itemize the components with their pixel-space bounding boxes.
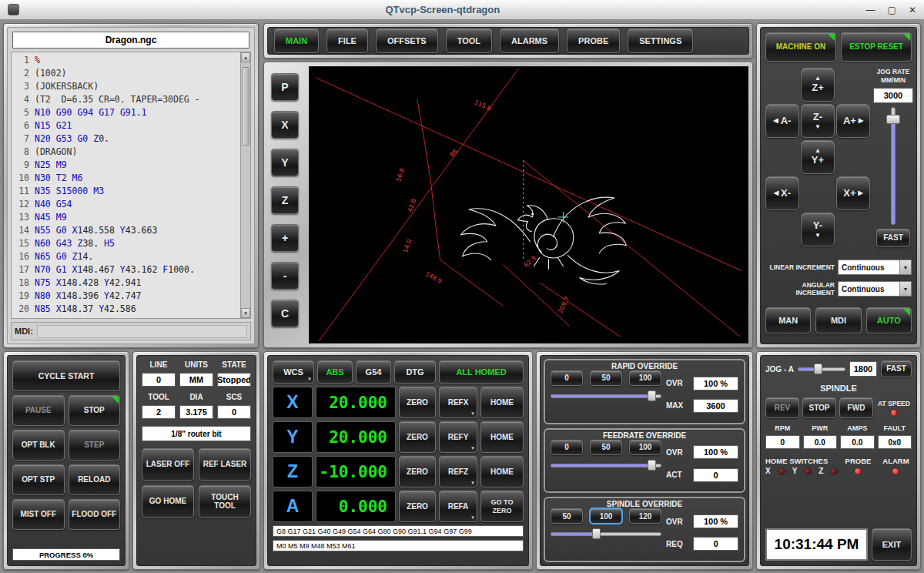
gcode-line[interactable]: 16N65 G0 Z14. <box>13 250 240 263</box>
g54-button[interactable]: G54 <box>356 360 391 384</box>
gcode-line[interactable]: 19N80 X148.396 Y42.747 <box>13 290 240 303</box>
mode-manual-button[interactable]: MAN <box>765 307 811 333</box>
rapid-override-slider[interactable] <box>551 390 661 419</box>
jog-y-minus-button[interactable]: Y- ▼ <box>801 213 835 246</box>
tab-probe[interactable]: PROBE <box>567 28 620 53</box>
rapid-0-button[interactable]: 0 <box>551 370 583 386</box>
axis-y-button[interactable]: Y <box>273 421 313 453</box>
spindle-50-button[interactable]: 50 <box>551 508 583 524</box>
spindle-override-slider[interactable] <box>551 528 661 557</box>
jog-z-plus-button[interactable]: ▲ Z+ <box>801 68 835 102</box>
go-to-zero-button[interactable]: GO TO ZERO <box>480 491 524 522</box>
dtg-button[interactable]: DTG <box>394 360 436 384</box>
gcode-line[interactable]: 9N25 M9 <box>13 159 240 172</box>
linear-increment-select[interactable]: Continuous ▼ <box>838 260 912 275</box>
slider-handle[interactable] <box>648 460 656 471</box>
axis-a-button[interactable]: A <box>273 491 313 522</box>
spindle-120-button[interactable]: 120 <box>629 508 661 524</box>
home-z-button[interactable]: HOME <box>480 456 524 488</box>
axis-z-button[interactable]: Z <box>273 456 313 488</box>
feed-0-button[interactable]: 0 <box>551 440 583 455</box>
optional-block-button[interactable]: OPT BLK <box>12 430 65 461</box>
preview-canvas[interactable]: 56.8 42.8 14.0 115.8 88 148.9 62.9 209.7 <box>309 66 748 343</box>
jog-x-minus-button[interactable]: ◀ X- <box>765 176 799 210</box>
jog-z-minus-button[interactable]: Z- ▼ <box>801 104 835 138</box>
machine-on-button[interactable]: MACHINE ON <box>765 32 836 62</box>
view-perspective-button[interactable]: P <box>271 73 299 101</box>
spindle-forward-button[interactable]: FWD <box>839 397 873 418</box>
jog-a-plus-button[interactable]: A+ ▶ <box>836 104 870 138</box>
close-button[interactable]: ✕ <box>909 5 916 15</box>
mode-mdi-button[interactable]: MDI <box>815 307 861 333</box>
gcode-line[interactable]: 10N30 T2 M6 <box>13 172 240 185</box>
mode-auto-button[interactable]: AUTO <box>866 307 912 333</box>
gcode-lines[interactable]: 1%2(1002)3(JOKERSBACK)4(T2 D=6.35 CR=0. … <box>12 52 240 318</box>
gcode-scrollbar[interactable]: ▲ ▼ <box>240 52 250 318</box>
tab-offsets[interactable]: OFFSETS <box>376 28 438 53</box>
touch-tool-button[interactable]: TOUCH TOOL <box>199 485 251 518</box>
zero-y-button[interactable]: ZERO <box>399 421 436 453</box>
slider-handle[interactable] <box>592 528 601 539</box>
ref-x-button[interactable]: REFX ▼ <box>439 387 477 418</box>
ref-a-button[interactable]: REFA ▼ <box>439 491 477 522</box>
gcode-line[interactable]: 7N20 G53 G0 Z0. <box>13 132 240 146</box>
jog-a-fast-button[interactable]: FAST <box>881 360 912 377</box>
gcode-editor[interactable]: 1%2(1002)3(JOKERSBACK)4(T2 D=6.35 CR=0. … <box>11 52 251 319</box>
jog-y-plus-button[interactable]: ▲ Y+ <box>801 140 835 174</box>
zoom-out-button[interactable]: - <box>271 262 299 290</box>
scrollbar-thumb[interactable] <box>242 67 249 146</box>
wcs-button[interactable]: WCS ▼ <box>273 360 314 384</box>
mist-button[interactable]: MIST OFF <box>12 499 65 530</box>
gcode-line[interactable]: 4(T2 D=6.35 CR=0. TAPER=30DEG - <box>13 93 240 106</box>
cycle-start-button[interactable]: CYCLE START <box>12 360 120 391</box>
view-x-button[interactable]: X <box>271 111 299 139</box>
abs-button[interactable]: ABS <box>317 360 353 384</box>
jog-x-plus-button[interactable]: X+ ▶ <box>836 176 870 210</box>
ref-laser-button[interactable]: REF LASER <box>199 448 251 481</box>
home-x-button[interactable]: HOME <box>480 387 524 418</box>
gcode-line[interactable]: 11N35 S15000 M3 <box>13 185 240 198</box>
jog-rate-slider[interactable] <box>886 107 900 225</box>
go-home-button[interactable]: GO HOME <box>142 485 194 518</box>
feedrate-override-slider[interactable] <box>551 460 661 488</box>
zoom-in-button[interactable]: + <box>271 224 299 252</box>
view-y-button[interactable]: Y <box>271 149 299 176</box>
gcode-line[interactable]: 15N60 G43 Z38. H5 <box>13 237 240 250</box>
axis-x-button[interactable]: X <box>273 387 313 418</box>
gcode-line[interactable]: 12N40 G54 <box>13 198 240 211</box>
gcode-line[interactable]: 13N45 M9 <box>13 211 240 224</box>
estop-reset-button[interactable]: ESTOP RESET <box>841 32 912 62</box>
rapid-50-button[interactable]: 50 <box>590 370 622 386</box>
jog-a-slider[interactable] <box>798 364 845 374</box>
gcode-line[interactable]: 6N15 G21 <box>13 119 240 132</box>
gcode-line[interactable]: 1% <box>13 54 240 67</box>
gcode-line[interactable]: 2(1002) <box>13 67 240 80</box>
gcode-line[interactable]: 8(DRAGON) <box>13 146 240 159</box>
scroll-up-icon[interactable]: ▲ <box>241 52 250 62</box>
slider-handle[interactable] <box>648 390 656 401</box>
gcode-line[interactable]: 17N70 G1 X148.467 Y43.162 F1000. <box>13 263 240 276</box>
feed-50-button[interactable]: 50 <box>590 440 622 455</box>
feed-100-button[interactable]: 100 <box>629 440 661 455</box>
optional-stop-button[interactable]: OPT STP <box>12 464 65 495</box>
jog-fast-button[interactable]: FAST <box>876 229 910 247</box>
gcode-line[interactable]: 14N55 G0 X148.558 Y43.663 <box>13 224 240 237</box>
gcode-line[interactable]: 18N75 X148.428 Y42.941 <box>13 276 240 290</box>
tab-settings[interactable]: SETTINGS <box>628 28 693 53</box>
gcode-line[interactable]: 3(JOKERSBACK) <box>13 80 240 93</box>
stop-button[interactable]: STOP <box>69 395 121 426</box>
gcode-line[interactable]: 5N10 G90 G94 G17 G91.1 <box>13 106 240 119</box>
gcode-line[interactable]: 20N85 X148.37 Y42.586 <box>13 303 240 316</box>
tab-tool[interactable]: TOOL <box>446 28 492 53</box>
all-homed-button[interactable]: ALL HOMED <box>439 360 524 384</box>
flood-button[interactable]: FLOOD OFF <box>69 499 121 530</box>
step-button[interactable]: STEP <box>69 430 121 461</box>
zero-a-button[interactable]: ZERO <box>399 491 436 522</box>
pause-button[interactable]: PAUSE <box>12 395 65 426</box>
gcode-line[interactable]: 21N90 X148.352 Y42.462 <box>13 316 240 318</box>
zero-x-button[interactable]: ZERO <box>399 387 436 418</box>
minimize-button[interactable]: — <box>866 5 875 15</box>
laser-button[interactable]: LASER OFF <box>142 448 194 481</box>
spindle-stop-button[interactable]: STOP <box>802 397 836 418</box>
ref-z-button[interactable]: REFZ ▼ <box>439 456 477 488</box>
